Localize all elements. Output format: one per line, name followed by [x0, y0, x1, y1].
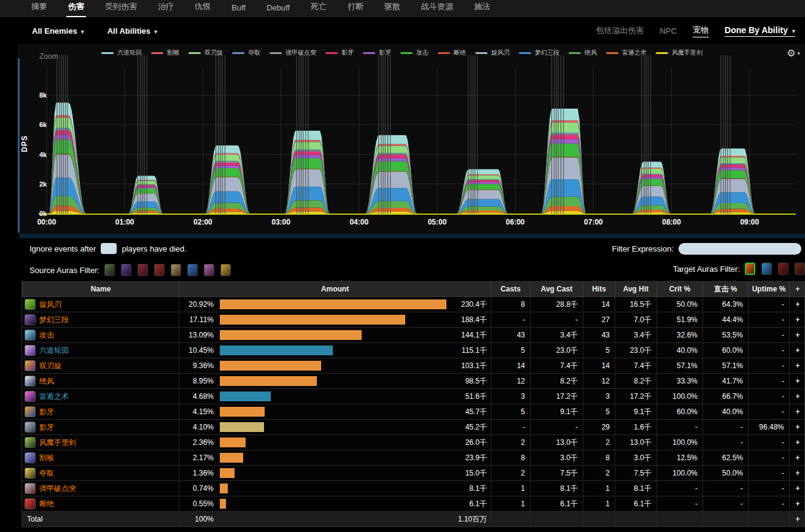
aura-gold-icon[interactable]	[220, 264, 231, 276]
ability-link[interactable]: 绝风	[39, 376, 54, 387]
expand-row-button[interactable]: +	[789, 481, 805, 496]
pets-toggle[interactable]: 宠物	[693, 25, 709, 37]
ability-link[interactable]: 旋风刃	[39, 299, 61, 310]
nav-tab[interactable]: 打断	[346, 0, 365, 17]
expand-row-button[interactable]: +	[789, 374, 805, 388]
legend-item[interactable]: 夺取	[232, 48, 260, 57]
ignore-events-input[interactable]	[101, 243, 117, 254]
abilities-dropdown[interactable]: All Abilities	[107, 26, 157, 36]
legend-item[interactable]: 旋风刃	[475, 48, 510, 57]
gear-icon[interactable]: ⚙	[787, 47, 800, 59]
legend-item[interactable]: 雷遁之术	[606, 48, 647, 57]
nav-tab[interactable]: 受到伤害	[103, 0, 139, 17]
enemies-dropdown[interactable]: All Enemies	[32, 26, 84, 36]
column-header-2[interactable]: Casts	[491, 282, 530, 296]
hits-cell: 1	[583, 496, 615, 511]
expand-row-button[interactable]: +	[789, 435, 805, 450]
nav-tab[interactable]: Buff	[230, 0, 247, 17]
dps-stacked-area-chart[interactable]: 0k2k4k6k8k00:0001:0002:0003:0004:0005:00…	[17, 44, 805, 238]
aura-pink-icon[interactable]	[204, 264, 214, 276]
expand-row-button[interactable]: +	[789, 450, 805, 465]
legend-item[interactable]: 双刃旋	[189, 48, 223, 57]
expand-row-button[interactable]: +	[789, 328, 805, 342]
aura-red-claw-icon[interactable]	[795, 263, 805, 275]
legend-item[interactable]: 强甲破点突	[270, 48, 316, 57]
ability-link[interactable]: 梦幻三段	[39, 315, 69, 325]
include-overflow-toggle[interactable]: 包括溢出伤害	[596, 25, 644, 36]
legend-item[interactable]: 六道轮回	[101, 48, 142, 57]
ability-link[interactable]: 六道轮回	[39, 345, 69, 356]
column-header-7[interactable]: 直击 %	[702, 282, 748, 296]
expand-row-button[interactable]: +	[789, 343, 805, 358]
done-by-ability-dropdown[interactable]: Done By Ability	[725, 25, 795, 37]
npc-toggle[interactable]: NPC	[660, 26, 677, 36]
ability-link[interactable]: 攻击	[39, 330, 54, 341]
legend-item[interactable]: 影牙	[325, 48, 354, 57]
area-series-13[interactable]	[47, 102, 796, 214]
table-row: 风魔手里剑2.36%26.0千213.0千213.0千100.0%--+	[22, 435, 804, 450]
ability-link[interactable]: 强甲破点突	[39, 484, 76, 494]
expand-row-button[interactable]: +	[789, 404, 805, 419]
aura-purple-icon[interactable]	[121, 264, 131, 276]
ability-link[interactable]: 割喉	[39, 453, 54, 463]
amount-value: 98.5千	[453, 376, 491, 387]
ability-link[interactable]: 影牙	[39, 422, 54, 433]
ability-link[interactable]: 风魔手里剑	[39, 438, 76, 448]
total-bar-track	[220, 514, 446, 524]
ability-link[interactable]: 雷遁之术	[39, 391, 69, 402]
column-header-3[interactable]: Avg Cast	[530, 282, 583, 296]
column-header-4[interactable]: Hits	[583, 282, 615, 296]
aura-red-icon[interactable]	[154, 264, 165, 276]
legend-item[interactable]: 割喉	[151, 48, 179, 57]
column-header-9[interactable]: +	[789, 282, 805, 296]
expand-row-button[interactable]: +	[789, 312, 805, 327]
nav-tab[interactable]: 仇恨	[193, 0, 212, 17]
expand-row-button[interactable]: +	[789, 466, 805, 480]
expand-row-button[interactable]: +	[789, 297, 805, 312]
aura-blue-swirl-icon[interactable]	[761, 263, 772, 275]
column-header-5[interactable]: Avg Hit	[615, 282, 656, 296]
column-header-8[interactable]: Uptime %	[748, 282, 789, 296]
legend-item[interactable]: 梦幻三段	[519, 48, 559, 57]
expand-row-button[interactable]: +	[789, 420, 805, 434]
nav-tab[interactable]: Debuff	[265, 0, 292, 17]
legend-item[interactable]: 断绝	[438, 48, 466, 57]
ability-link[interactable]: 双刃旋	[39, 361, 61, 371]
nav-tab[interactable]: 施法	[472, 0, 492, 17]
legend-item[interactable]: 风魔手里剑	[656, 48, 702, 57]
ability-name-cell: 影牙	[22, 404, 179, 419]
column-header-1[interactable]: Amount	[179, 282, 491, 296]
ability-link[interactable]: 影牙	[39, 407, 54, 417]
column-header-0[interactable]: Name	[22, 282, 179, 296]
aura-darkred-icon[interactable]	[138, 264, 148, 276]
nav-tab[interactable]: 摘要	[29, 0, 49, 17]
amount-percent: 20.92%	[179, 300, 214, 309]
ability-icon	[25, 422, 36, 433]
filter-expression-input[interactable]	[679, 243, 801, 255]
column-header-6[interactable]: Crit %	[656, 282, 702, 296]
ability-link[interactable]: 夺取	[39, 468, 54, 479]
nav-tab[interactable]: 伤害	[66, 0, 86, 17]
expand-row-button[interactable]: +	[789, 496, 805, 511]
expand-row-button[interactable]: +	[789, 358, 805, 373]
nav-tab[interactable]: 驱散	[383, 0, 402, 17]
chart-left-scroll-strip[interactable]	[18, 58, 20, 233]
uptime-cell: -	[748, 328, 789, 342]
aura-red-blade-icon[interactable]	[778, 263, 788, 275]
amount-bar-track	[220, 376, 446, 386]
aura-tan-icon[interactable]	[171, 264, 181, 276]
ability-link[interactable]: 断绝	[39, 499, 54, 509]
aura-orange-shield-icon[interactable]	[745, 263, 755, 275]
aura-gray-green-icon[interactable]	[104, 264, 115, 276]
nav-tab[interactable]: 死亡	[309, 0, 329, 17]
aura-blue-icon[interactable]	[187, 264, 198, 276]
legend-item[interactable]: 影牙	[363, 48, 391, 57]
expand-row-button[interactable]: +	[789, 389, 805, 404]
legend-item[interactable]: 攻击	[400, 48, 429, 57]
casts-cell: 43	[491, 328, 530, 342]
legend-item[interactable]: 绝风	[569, 48, 597, 57]
nav-tab[interactable]: 治疗	[156, 0, 176, 17]
chart-zoom-navigator-strip[interactable]	[20, 234, 805, 238]
nav-tab[interactable]: 战斗资源	[419, 0, 455, 17]
expand-total-button[interactable]: +	[789, 512, 805, 526]
